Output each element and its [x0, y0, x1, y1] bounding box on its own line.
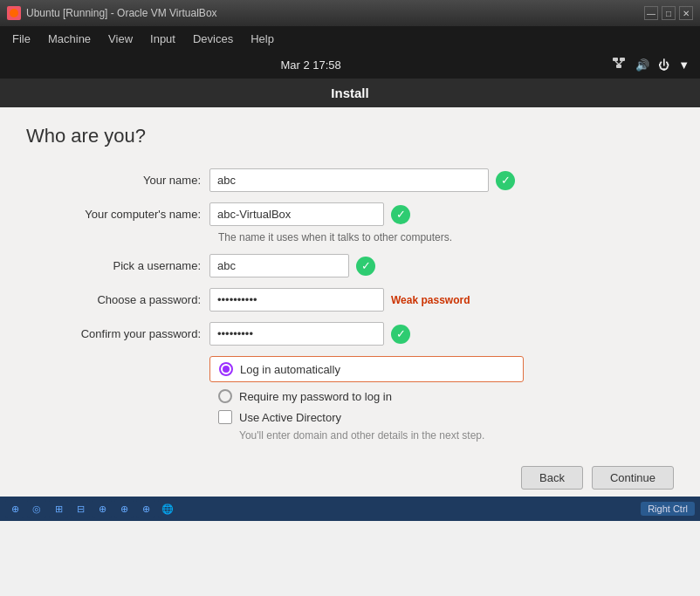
active-directory-checkbox[interactable]: [218, 410, 232, 424]
active-directory-option[interactable]: Use Active Directory: [218, 410, 674, 424]
computer-label: Your computer's name:: [52, 208, 209, 221]
right-ctrl-label: Right Ctrl: [641, 502, 695, 516]
tray-icon-6: ⊕: [114, 499, 134, 518]
login-password-option[interactable]: Require my password to log in: [218, 389, 674, 403]
computer-input[interactable]: [209, 202, 384, 226]
username-label: Pick a username:: [52, 259, 209, 272]
computer-row: Your computer's name: ✓: [52, 202, 674, 226]
svg-line-4: [615, 61, 619, 65]
tray-icon-5: ⊕: [93, 499, 112, 518]
confirm-check-icon: ✓: [391, 325, 410, 344]
tray-icon-3: ⊞: [49, 499, 68, 518]
close-button[interactable]: ✕: [679, 6, 693, 20]
username-row: Pick a username: ✓: [52, 254, 674, 277]
buttons-row: Back Continue: [0, 459, 700, 497]
form-area: Your name: ✓ Your computer's name: ✓ The…: [52, 168, 674, 442]
name-input[interactable]: [209, 168, 489, 192]
options-area: Log in automatically Require my password…: [218, 356, 674, 442]
svg-rect-2: [620, 58, 625, 61]
statusbar-top: Mar 2 17:58 🔊 ⏻ ▼: [0, 51, 700, 79]
menu-machine[interactable]: Machine: [39, 29, 100, 49]
menu-devices[interactable]: Devices: [184, 29, 242, 49]
username-input[interactable]: [209, 254, 349, 277]
page-title: Who are you?: [26, 125, 674, 147]
back-button[interactable]: Back: [521, 466, 583, 490]
menu-input[interactable]: Input: [141, 29, 184, 49]
tray-icon-1: ⊕: [5, 499, 24, 518]
power-icon: ⏻: [658, 58, 669, 72]
svg-rect-3: [616, 65, 621, 68]
tray-icon-4: ⊟: [71, 499, 90, 518]
password-input[interactable]: [209, 288, 384, 312]
volume-icon: 🔊: [635, 58, 649, 72]
install-header: Install: [0, 79, 700, 107]
tray-icon-7: ⊕: [136, 499, 155, 518]
titlebar-left: Ubuntu [Running] - Oracle VM VirtualBox: [7, 6, 217, 20]
menubar: File Machine View Input Devices Help: [0, 26, 700, 51]
tray-icon-2: ◎: [27, 499, 46, 518]
login-auto-radio[interactable]: [219, 362, 233, 376]
login-password-label: Require my password to log in: [239, 390, 392, 403]
titlebar: Ubuntu [Running] - Oracle VM VirtualBox …: [0, 0, 700, 26]
username-check-icon: ✓: [356, 257, 375, 276]
main-content: Who are you? Your name: ✓ Your computer'…: [0, 107, 700, 459]
active-directory-hint: You'll enter domain and other details in…: [239, 429, 674, 442]
continue-button[interactable]: Continue: [592, 466, 674, 490]
name-row: Your name: ✓: [52, 168, 674, 192]
login-auto-option[interactable]: Log in automatically: [209, 356, 524, 382]
app-icon: [7, 6, 21, 20]
svg-rect-1: [613, 58, 618, 61]
login-auto-label: Log in automatically: [240, 363, 340, 376]
tray-icon-8: 🌐: [158, 499, 177, 518]
svg-line-5: [619, 61, 622, 65]
system-tray: ⊕ ◎ ⊞ ⊟ ⊕ ⊕ ⊕ 🌐 Right Ctrl: [0, 497, 700, 521]
active-directory-label: Use Active Directory: [239, 411, 341, 424]
maximize-button[interactable]: □: [662, 6, 676, 20]
confirm-input[interactable]: [209, 322, 384, 346]
name-label: Your name:: [52, 174, 209, 187]
computer-check-icon: ✓: [391, 205, 410, 224]
password-row: Choose a password: Weak password: [52, 288, 674, 312]
minimize-button[interactable]: —: [644, 6, 658, 20]
menu-view[interactable]: View: [100, 29, 141, 49]
menu-help[interactable]: Help: [242, 29, 283, 49]
dropdown-icon: ▼: [678, 58, 690, 72]
svg-point-0: [10, 9, 18, 17]
weak-password-label: Weak password: [391, 294, 470, 306]
computer-hint: The name it uses when it talks to other …: [218, 231, 674, 243]
datetime-display: Mar 2 17:58: [280, 58, 340, 72]
confirm-row: Confirm your password: ✓: [52, 322, 674, 346]
install-label: Install: [331, 86, 368, 100]
menu-file[interactable]: File: [3, 29, 39, 49]
login-password-radio[interactable]: [218, 389, 232, 403]
confirm-label: Confirm your password:: [52, 327, 209, 340]
name-check-icon: ✓: [496, 171, 515, 190]
statusbar-icons: 🔊 ⏻ ▼: [611, 56, 690, 74]
titlebar-controls[interactable]: — □ ✕: [644, 6, 693, 20]
network-icon: [611, 56, 627, 74]
titlebar-title: Ubuntu [Running] - Oracle VM VirtualBox: [26, 7, 217, 19]
password-label: Choose a password:: [52, 293, 209, 306]
